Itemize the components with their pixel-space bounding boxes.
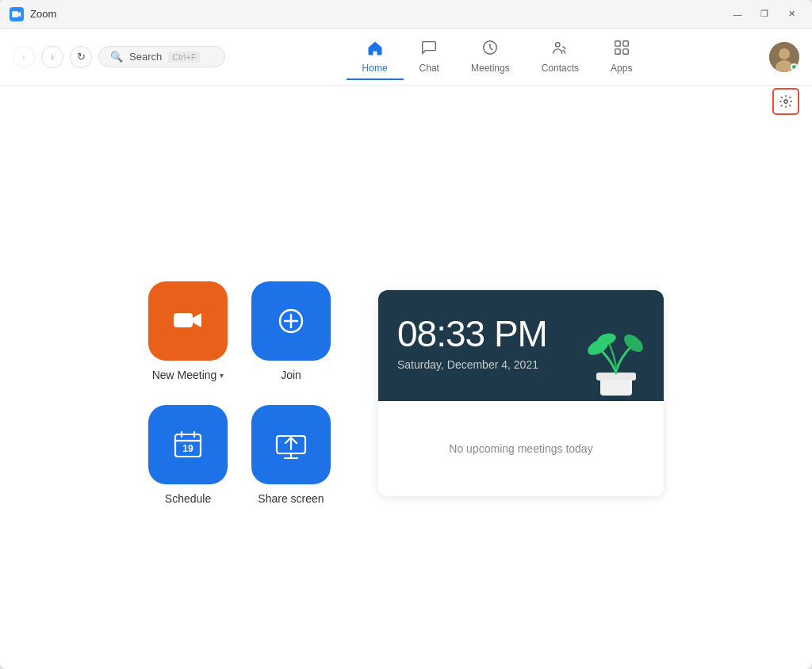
nav-left: ‹ › ↻ 🔍 Search Ctrl+F: [13, 46, 225, 68]
search-shortcut: Ctrl+F: [168, 52, 200, 63]
tab-apps-label: Apps: [611, 63, 632, 74]
svg-point-8: [779, 48, 790, 59]
search-icon: 🔍: [110, 51, 123, 63]
title-bar: Zoom — ❐ ✕: [0, 0, 812, 29]
tab-meetings[interactable]: Meetings: [455, 34, 526, 80]
apps-icon: [613, 39, 630, 60]
join-button[interactable]: [251, 281, 331, 361]
home-icon: [366, 39, 384, 60]
window-controls: — ❐ ✕: [726, 6, 802, 23]
join-item[interactable]: Join: [251, 281, 331, 381]
title-bar-left: Zoom: [10, 7, 56, 21]
svg-rect-11: [174, 313, 193, 327]
no-meetings-text: No upcoming meetings today: [449, 442, 592, 455]
new-meeting-item[interactable]: New Meeting ▾: [148, 281, 228, 381]
tab-home[interactable]: Home: [347, 34, 404, 80]
share-screen-button[interactable]: [251, 405, 331, 484]
zoom-logo-icon: [10, 7, 24, 21]
clock-body: No upcoming meetings today: [378, 401, 664, 496]
search-text: Search: [129, 51, 162, 63]
app-title: Zoom: [30, 8, 56, 20]
action-grid: New Meeting ▾ Join: [148, 281, 331, 505]
svg-rect-4: [623, 40, 628, 45]
new-meeting-label: New Meeting ▾: [152, 369, 224, 381]
chat-icon: [420, 39, 438, 60]
svg-rect-5: [615, 48, 619, 53]
calendar-icon: 19: [170, 427, 205, 462]
main-content: New Meeting ▾ Join: [0, 117, 812, 669]
avatar-status-indicator: [791, 63, 798, 71]
settings-bar: [0, 86, 812, 117]
svg-point-27: [621, 331, 646, 355]
nav-right: [769, 42, 799, 72]
maximize-button[interactable]: ❐: [753, 6, 776, 23]
search-box[interactable]: 🔍 Search Ctrl+F: [98, 46, 225, 67]
meetings-icon: [481, 39, 499, 60]
svg-text:19: 19: [182, 443, 193, 454]
dropdown-arrow-icon: ▾: [220, 371, 224, 380]
join-icon: [274, 304, 308, 338]
minimize-button[interactable]: —: [726, 6, 749, 23]
schedule-item[interactable]: 19 Schedule: [148, 405, 228, 505]
new-meeting-button[interactable]: [148, 281, 228, 361]
avatar[interactable]: [769, 42, 799, 72]
back-button[interactable]: ‹: [13, 46, 35, 68]
tab-meetings-label: Meetings: [471, 63, 510, 74]
gear-icon: [779, 94, 793, 109]
clock-header: 08:33 PM Saturday, December 4, 2021: [378, 290, 664, 401]
join-label: Join: [281, 369, 301, 381]
schedule-button[interactable]: 19: [148, 405, 228, 484]
svg-rect-6: [623, 48, 628, 53]
plant-decoration-icon: [569, 306, 664, 401]
close-button[interactable]: ✕: [780, 6, 802, 23]
clock-card: 08:33 PM Saturday, December 4, 2021: [378, 290, 664, 496]
svg-rect-3: [615, 40, 619, 45]
tab-apps[interactable]: Apps: [595, 34, 648, 80]
schedule-label: Schedule: [165, 492, 211, 505]
nav-tabs: Home Chat Meetings: [347, 34, 649, 80]
tab-contacts[interactable]: Contacts: [526, 34, 595, 80]
video-camera-icon: [170, 304, 205, 338]
tab-home-label: Home: [362, 63, 388, 74]
share-screen-label: Share screen: [258, 492, 324, 505]
forward-button[interactable]: ›: [41, 46, 63, 68]
settings-button[interactable]: [772, 88, 799, 115]
nav-bar: ‹ › ↻ 🔍 Search Ctrl+F Home: [0, 29, 812, 86]
tab-chat[interactable]: Chat: [404, 34, 455, 80]
svg-point-2: [556, 42, 561, 47]
contacts-icon: [551, 39, 569, 60]
share-screen-icon: [274, 427, 308, 462]
app-window: Zoom — ❐ ✕ ‹ › ↻ 🔍 Search Ctrl+F: [0, 0, 812, 669]
reload-button[interactable]: ↻: [70, 46, 92, 68]
svg-point-10: [784, 100, 788, 104]
tab-contacts-label: Contacts: [542, 63, 579, 74]
tab-chat-label: Chat: [419, 63, 439, 74]
share-screen-item[interactable]: Share screen: [251, 405, 331, 505]
